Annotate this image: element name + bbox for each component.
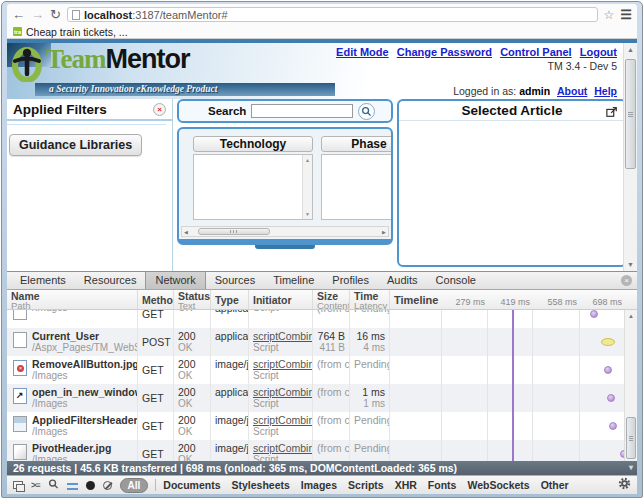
request-type-cell: applica... <box>211 310 249 328</box>
scroll-left-icon[interactable]: ◀ <box>182 229 190 235</box>
request-type-cell: image/j... <box>211 440 249 461</box>
bookmark-star-icon[interactable]: ☆ <box>604 8 615 22</box>
scroll-up-icon[interactable]: ▲ <box>625 310 637 322</box>
network-request-row[interactable]: open_in_new_window.png /Images GET 200OK… <box>7 384 637 412</box>
devtools-scrollbar[interactable]: ▲ <box>624 310 637 461</box>
request-name-cell[interactable]: open_in_new_window.png /Images <box>7 384 138 412</box>
back-icon[interactable]: ← <box>12 8 25 21</box>
change-password-link[interactable]: Change Password <box>397 46 492 58</box>
column-header-time[interactable]: TimeLatency <box>350 290 390 309</box>
devtools-close-icon[interactable]: × <box>621 275 632 286</box>
network-request-row[interactable]: /Images GET OK applica... Script (from c… <box>7 310 637 328</box>
request-name-cell[interactable]: AppliedFiltersHeader.jpg /Images <box>7 412 138 440</box>
forward-icon[interactable]: → <box>31 8 44 21</box>
request-time-cell: Pending <box>350 440 390 461</box>
page-scrollbar[interactable]: ▲ ▼ <box>623 43 637 271</box>
inspect-element-icon[interactable] <box>48 476 59 494</box>
logout-link[interactable]: Logout <box>580 46 617 58</box>
tab-profiles[interactable]: Profiles <box>323 272 378 289</box>
filter-documents[interactable]: Documents <box>163 479 220 491</box>
column-header-type[interactable]: Type <box>211 290 249 309</box>
tab-resources[interactable]: Resources <box>75 272 146 289</box>
dock-side-icon[interactable] <box>13 481 23 489</box>
guidance-libraries-button[interactable]: Guidance Libraries <box>9 134 142 156</box>
request-initiator-cell[interactable]: scriptCombine...Script <box>249 440 313 461</box>
column-header-method[interactable]: Method <box>138 290 174 309</box>
phase-listbox[interactable] <box>321 154 393 220</box>
clear-filters-icon[interactable]: × <box>153 103 166 116</box>
selected-article-title: Selected Article <box>462 103 563 118</box>
bookmark-item[interactable]: Cheap train tickets, ... <box>26 26 128 38</box>
filter-all-button[interactable]: All <box>120 478 149 493</box>
technology-listbox-scrollbar[interactable]: ▲▼ <box>302 155 312 219</box>
scroll-right-icon[interactable]: ▶ <box>380 229 388 235</box>
applied-filters-header: Applied Filters × <box>7 99 172 121</box>
chrome-menu-icon[interactable]: ☰ <box>620 7 632 22</box>
filter-xhr[interactable]: XHR <box>395 479 417 491</box>
request-initiator-cell[interactable]: scriptCombine...Script <box>249 384 313 412</box>
small-rows-toggle-icon[interactable] <box>67 481 78 490</box>
tab-timeline[interactable]: Timeline <box>264 272 323 289</box>
tab-audits[interactable]: Audits <box>378 272 427 289</box>
filter-other[interactable]: Other <box>541 479 569 491</box>
filter-images[interactable]: Images <box>301 479 337 491</box>
filter-websockets[interactable]: WebSockets <box>467 479 529 491</box>
settings-gear-icon[interactable] <box>618 476 631 494</box>
open-in-new-window-icon[interactable] <box>606 104 618 122</box>
filter-fonts[interactable]: Fonts <box>428 479 457 491</box>
column-header-initiator[interactable]: Initiator <box>249 290 313 309</box>
scroll-down-icon[interactable]: ▼ <box>624 258 637 271</box>
column-header-size[interactable]: SizeContent <box>313 290 350 309</box>
record-icon[interactable] <box>86 481 95 490</box>
request-initiator-cell[interactable]: scriptCombine...Script <box>249 328 313 356</box>
page-scroll-thumb[interactable] <box>625 59 636 169</box>
status-caret-icon[interactable]: ▾ <box>629 461 633 475</box>
column-header-name[interactable]: NamePath <box>7 290 138 309</box>
address-bar[interactable]: localhost:3187/teamMentor# <box>67 7 598 22</box>
pivot-horizontal-scrollbar[interactable]: ◀ ▶ <box>181 226 389 237</box>
request-initiator-cell[interactable]: scriptCombine...Script <box>249 356 313 384</box>
request-initiator-cell[interactable]: scriptCombine...Script <box>249 412 313 440</box>
request-name-cell[interactable]: RemoveAllButton.jpg /Images <box>7 356 138 384</box>
request-timeline-cell <box>390 384 627 412</box>
tab-elements[interactable]: Elements <box>11 272 75 289</box>
scroll-thumb[interactable] <box>198 228 270 235</box>
request-name-cell[interactable]: /Images <box>7 310 138 328</box>
network-request-row[interactable]: AppliedFiltersHeader.jpg /Images GET 200… <box>7 412 637 440</box>
search-button[interactable] <box>358 103 375 120</box>
panels-row: Applied Filters × Guidance Libraries Sea… <box>7 99 637 271</box>
devtools-scroll-thumb[interactable] <box>626 417 636 459</box>
selected-article-header: Selected Article <box>399 101 625 121</box>
technology-column-header[interactable]: Technology <box>193 136 313 152</box>
request-name-cell[interactable]: Current_User /Aspx_Pages/TM_WebService <box>7 328 138 356</box>
network-request-row[interactable]: PivotHeader.jpg /Images GET 200OK image/… <box>7 440 637 461</box>
tab-network[interactable]: Network <box>145 272 205 289</box>
clear-icon[interactable] <box>103 481 112 490</box>
timeline-tick: 279 ms <box>435 297 485 307</box>
request-initiator-cell[interactable]: Script <box>249 310 313 328</box>
network-request-row[interactable]: RemoveAllButton.jpg /Images GET 200OK im… <box>7 356 637 384</box>
control-panel-link[interactable]: Control Panel <box>500 46 572 58</box>
pivot-resize-grip[interactable] <box>255 245 315 249</box>
filter-stylesheets[interactable]: Stylesheets <box>231 479 289 491</box>
help-link[interactable]: Help <box>594 85 617 97</box>
column-header-status[interactable]: StatusText <box>174 290 211 309</box>
phase-column-header[interactable]: Phase <box>321 136 393 152</box>
request-name-cell[interactable]: PivotHeader.jpg /Images <box>7 440 138 461</box>
scroll-up-icon[interactable]: ▲ <box>624 43 637 56</box>
reload-icon[interactable]: ↻ <box>50 8 61 21</box>
tab-sources[interactable]: Sources <box>206 272 264 289</box>
request-method-cell: POST <box>138 328 174 356</box>
url-text[interactable]: localhost:3187/teamMentor# <box>84 9 228 21</box>
request-size-cell: (from c... <box>313 440 350 461</box>
filter-scripts[interactable]: Scripts <box>348 479 384 491</box>
applied-filters-title: Applied Filters <box>13 102 153 117</box>
network-request-row[interactable]: Current_User /Aspx_Pages/TM_WebService P… <box>7 328 637 356</box>
search-input[interactable] <box>251 104 353 118</box>
technology-listbox[interactable]: ▲▼ <box>193 154 313 220</box>
console-drawer-icon[interactable]: >≡ <box>31 479 40 491</box>
about-link[interactable]: About <box>557 85 587 97</box>
tab-console[interactable]: Console <box>427 272 485 289</box>
request-size-cell: (from c... <box>313 356 350 384</box>
edit-mode-link[interactable]: Edit Mode <box>336 46 389 58</box>
